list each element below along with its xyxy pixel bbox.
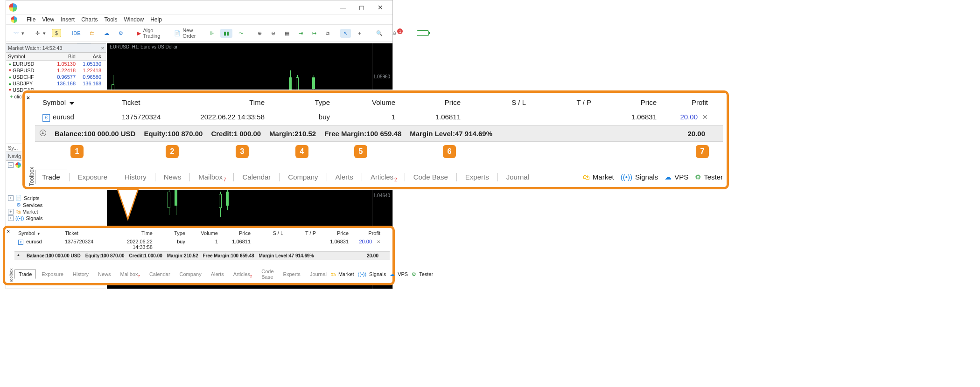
toolbox-close-icon[interactable]: × [27, 95, 30, 101]
close-button[interactable]: ✕ [371, 2, 390, 13]
tab-trade[interactable]: Trade [35, 170, 67, 184]
grid-icon[interactable]: ▦ [281, 29, 293, 38]
tab-mailbox[interactable]: Mailbox7 [192, 170, 231, 184]
crosshair-dropdown[interactable]: ✛▾ [30, 28, 49, 38]
gear-check-icon: ⚙ [695, 173, 701, 181]
app-menu-icon[interactable] [11, 16, 17, 23]
nav-services[interactable]: ⚙Services [8, 201, 104, 208]
tab2-mailbox[interactable]: Mailbox7 [117, 270, 144, 278]
cloud-icon[interactable]: ☁ [101, 29, 112, 38]
col-volume[interactable]: Volume [336, 98, 401, 106]
script-icon: 📄 [15, 195, 22, 201]
tab-codebase[interactable]: Code Base [407, 170, 455, 184]
col-time[interactable]: Time [177, 98, 270, 106]
close-position-small-icon[interactable]: ✕ [377, 239, 380, 244]
indicators-icon[interactable]: ⧉ [322, 29, 333, 38]
folder-icon[interactable]: 🗀 [86, 29, 98, 37]
nav-signals[interactable]: +((•))Signals [8, 215, 104, 221]
toolbox-small-close-icon[interactable]: × [7, 229, 10, 234]
toolbox-small-row[interactable]: €eurusd 1375720324 2022.06.22 14:33:58 b… [14, 237, 390, 251]
plus-cursor-icon[interactable]: ＋ [354, 28, 365, 38]
col-type[interactable]: Type [270, 98, 336, 106]
new-order-button[interactable]: 📄New Order [171, 26, 199, 40]
link2-tester[interactable]: ⚙Tester [412, 271, 433, 277]
menu-charts[interactable]: Charts [81, 16, 98, 23]
market-watch-row[interactable]: ▲USDJPY136.168136.168 [6, 80, 106, 87]
col-symbol[interactable]: Symbol [37, 98, 116, 106]
tab2-experts[interactable]: Experts [280, 270, 304, 278]
candle-chart-icon[interactable]: ▮▮ [220, 29, 232, 38]
tab2-company[interactable]: Company [176, 270, 205, 278]
tab-articles[interactable]: Articles2 [364, 170, 403, 184]
tab2-codebase[interactable]: Code Base [258, 267, 277, 281]
tab2-alerts[interactable]: Alerts [207, 270, 228, 278]
tab-calendar[interactable]: Calendar [236, 170, 277, 184]
tab-exposure[interactable]: Exposure [71, 170, 114, 184]
link-vps[interactable]: ☁VPS [665, 173, 688, 181]
market-watch-row[interactable]: ▼GBPUSD1.224181.22418 [6, 67, 106, 74]
col-ticket[interactable]: Ticket [116, 98, 177, 106]
maximize-button[interactable]: ◻ [352, 2, 371, 13]
nav-scripts[interactable]: +📄Scripts [8, 194, 104, 201]
bar-chart-icon[interactable]: ⊪ [206, 29, 217, 38]
line-chart-icon[interactable]: 〜 [235, 28, 247, 38]
menu-view[interactable]: View [42, 16, 54, 23]
annotation-tags: 1 2 3 4 5 6 7 [70, 145, 723, 158]
tab-history[interactable]: History [118, 170, 153, 184]
tab2-calendar[interactable]: Calendar [146, 270, 174, 278]
tab-news[interactable]: News [157, 170, 188, 184]
market-watch-close-icon[interactable]: × [101, 45, 104, 51]
tab2-articles[interactable]: Articles2 [230, 270, 256, 278]
col-sl[interactable]: S / L [466, 98, 532, 106]
tab2-history[interactable]: History [69, 270, 92, 278]
tab-company[interactable]: Company [281, 170, 324, 184]
menu-insert[interactable]: Insert [61, 16, 75, 23]
col-price-open[interactable]: Price [401, 98, 466, 106]
close-position-icon[interactable]: ✕ [702, 113, 708, 121]
market-watch-row[interactable]: ▲USDCHF0.965770.96580 [6, 74, 106, 80]
col-price-current[interactable]: Price [597, 98, 662, 106]
tab2-journal[interactable]: Journal [306, 270, 330, 278]
link-market[interactable]: 🛍Market [583, 173, 614, 181]
mw-col-bid[interactable]: Bid [53, 54, 78, 59]
zoom-out-icon[interactable]: ⊖ [268, 29, 279, 38]
nav-market[interactable]: +🛍Market [8, 208, 104, 215]
tab-alerts[interactable]: Alerts [329, 170, 360, 184]
link2-market[interactable]: 🛍Market [330, 271, 354, 277]
zoom-in-icon[interactable]: ⊕ [254, 29, 265, 38]
tab2-exposure[interactable]: Exposure [38, 270, 67, 278]
position-row[interactable]: €eurusd 1375720324 2022.06.22 14:33:58 b… [35, 109, 723, 125]
link-signals[interactable]: ((•))Signals [621, 173, 658, 181]
tab-journal[interactable]: Journal [500, 170, 536, 184]
tab-experts[interactable]: Experts [459, 170, 496, 184]
menu-tools[interactable]: Tools [105, 16, 118, 23]
col-profit[interactable]: Profit [662, 98, 721, 106]
expand-summary-icon[interactable]: + [40, 130, 46, 136]
dollar-icon[interactable]: $ [52, 29, 61, 37]
link-tester[interactable]: ⚙Tester [695, 173, 723, 181]
notifications-icon[interactable]: 🕭1 [389, 29, 406, 37]
ide-button[interactable]: IDE [69, 29, 84, 37]
search-icon[interactable]: 🔍 [373, 29, 386, 38]
mw-col-symbol[interactable]: Symbol [8, 54, 53, 59]
link2-signals[interactable]: ((•))Signals [358, 271, 386, 277]
tab2-news[interactable]: News [94, 270, 115, 278]
shift-icon[interactable]: ↦ [309, 29, 320, 38]
menu-file[interactable]: File [27, 16, 35, 23]
expand-small-icon[interactable]: + [17, 253, 22, 258]
link2-vps[interactable]: ☁VPS [390, 271, 408, 277]
minimize-button[interactable]: ― [334, 2, 352, 13]
market-watch-row[interactable]: ▲EURUSD1.051301.05130 [6, 61, 106, 67]
menu-help[interactable]: Help [150, 16, 162, 23]
tools-icon[interactable]: ⚙ [115, 29, 126, 38]
cursor-icon[interactable]: ↖ [340, 29, 351, 38]
instrument-icon: € [42, 114, 50, 122]
sort-icon[interactable] [70, 102, 74, 105]
scroll-icon[interactable]: ⇥ [295, 29, 306, 38]
col-tp[interactable]: T / P [532, 98, 597, 106]
mw-col-ask[interactable]: Ask [78, 54, 104, 59]
chart-type-dropdown[interactable]: 〰▾ [9, 28, 28, 38]
tab2-trade[interactable]: Trade [14, 270, 36, 279]
algo-trading-button[interactable]: ▶Algo Trading [134, 26, 163, 40]
menu-window[interactable]: Window [124, 16, 144, 23]
